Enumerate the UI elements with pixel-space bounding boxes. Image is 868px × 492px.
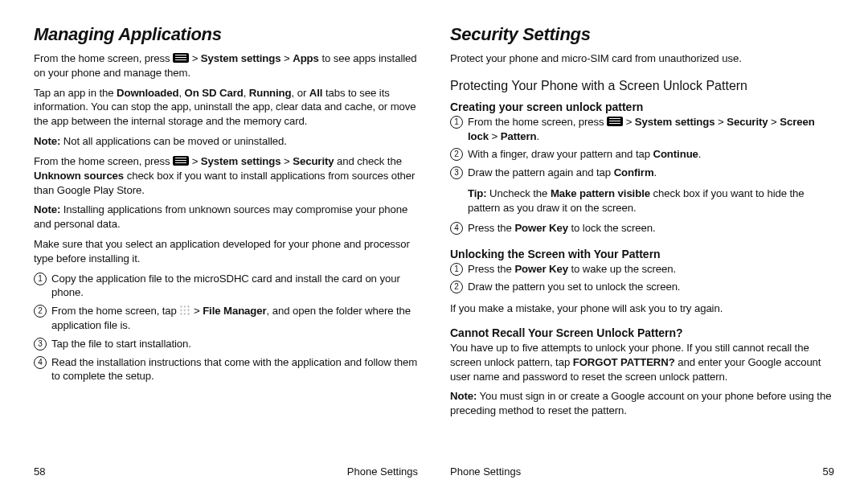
page-number: 59 (823, 465, 834, 478)
paragraph: From the home screen, press > System set… (34, 51, 418, 80)
menu-icon (173, 156, 189, 166)
page-number: 58 (34, 465, 45, 478)
list-item: Draw the pattern you set to unlock the s… (450, 280, 834, 294)
heading-managing-apps: Managing Applications (34, 24, 418, 45)
install-steps: Copy the application file to the microSD… (34, 272, 418, 388)
create-pattern-steps-cont: Press the Power Key to lock the screen. (450, 221, 834, 240)
list-item: Read the installation instructions that … (34, 355, 418, 384)
paragraph: Protect your phone and micro-SIM card fr… (450, 51, 834, 66)
subheading-create-pattern: Creating your screen unlock pattern (450, 100, 834, 113)
page-59: Security Settings Protect your phone and… (434, 24, 845, 478)
list-item: With a finger, draw your pattern and tap… (450, 147, 834, 162)
paragraph: If you make a mistake, your phone will a… (450, 301, 834, 316)
paragraph: From the home screen, press > System set… (34, 154, 418, 197)
subheading-unlock-pattern: Unlocking the Screen with Your Pattern (450, 248, 834, 260)
list-item: From the home screen, tap > File Manager… (34, 304, 418, 333)
chapter-label: Phone Settings (347, 465, 418, 478)
page-footer: 58 Phone Settings (34, 457, 418, 478)
note: Note: Not all applications can be moved … (34, 134, 418, 149)
list-item: Copy the application file to the microSD… (34, 272, 418, 301)
subheading-protect: Protecting Your Phone with a Screen Unlo… (450, 79, 834, 93)
list-item: Press the Power Key to wake up the scree… (450, 262, 834, 277)
page-footer: Phone Settings 59 (450, 457, 834, 478)
heading-security: Security Settings (450, 24, 834, 45)
chapter-label: Phone Settings (450, 465, 521, 478)
list-item: From the home screen, press > System set… (450, 115, 834, 144)
unlock-steps: Press the Power Key to wake up the scree… (450, 262, 834, 299)
note: Note: You must sign in or create a Googl… (450, 389, 834, 418)
list-item: Press the Power Key to lock the screen. (450, 221, 834, 236)
paragraph: Make sure that you select an application… (34, 237, 418, 266)
note: Note: Installing applications from unkno… (34, 203, 418, 232)
list-item: Tap the file to start installation. (34, 337, 418, 351)
apps-grid-icon (179, 305, 190, 316)
menu-icon (173, 53, 189, 63)
create-pattern-steps: From the home screen, press > System set… (450, 115, 834, 184)
paragraph: You have up to five attempts to unlock y… (450, 341, 834, 383)
subheading-cannot-recall: Cannot Recall Your Screen Unlock Pattern… (450, 326, 834, 339)
tip: Tip: Uncheck the Make pattern visible ch… (450, 187, 834, 215)
page-58: Managing Applications From the home scre… (23, 24, 434, 478)
menu-icon (607, 117, 623, 126)
paragraph: Tap an app in the Downloaded, On SD Card… (34, 86, 418, 129)
list-item: Draw the pattern again and tap Confirm. (450, 166, 834, 180)
